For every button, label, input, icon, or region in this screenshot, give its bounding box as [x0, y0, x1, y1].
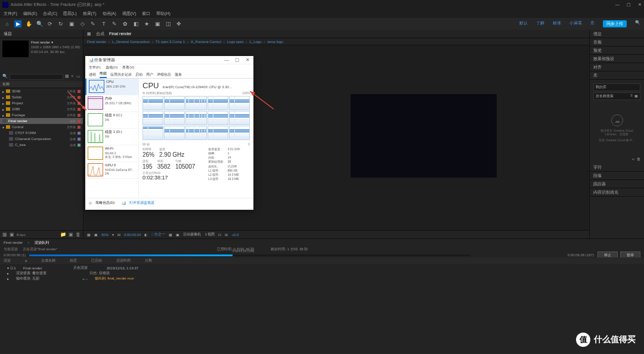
- render-settings[interactable]: 渲染设置: 最佳设置: [16, 271, 47, 276]
- output-module[interactable]: 输出模块: 无损: [16, 276, 39, 281]
- rotate-tool-icon[interactable]: ↻: [57, 20, 64, 27]
- search-toolbar-icon[interactable]: 🔍: [635, 20, 640, 27]
- hand-tool-icon[interactable]: ✋: [25, 20, 32, 27]
- sidebar-cpu[interactable]: CPU26% 2.90 GHz: [85, 79, 138, 95]
- workspace-default[interactable]: 默认: [519, 20, 528, 27]
- header-comp[interactable]: 合成名称: [41, 258, 55, 263]
- header-status[interactable]: 状态: [70, 258, 77, 263]
- project-item[interactable]: ▸Solids文件夹: [0, 94, 83, 100]
- eraser-tool-icon[interactable]: ◧: [132, 20, 140, 27]
- sidebar-memory[interactable]: 内存28.3/31.7 GB (89%): [85, 95, 138, 112]
- project-item[interactable]: ▾Control文件夹: [0, 124, 83, 130]
- breadcrumb-item[interactable]: Final render: [87, 40, 106, 44]
- tab-processes[interactable]: 进程: [89, 72, 96, 77]
- project-header[interactable]: 名称: [0, 81, 83, 88]
- open-resmon-link[interactable]: 打开资源监视器: [129, 200, 154, 206]
- comp-tab-active[interactable]: Final render: [109, 32, 131, 36]
- panel-library[interactable]: 库: [590, 72, 644, 80]
- tab-startup[interactable]: 启动: [135, 72, 143, 77]
- interpret-icon[interactable]: ▦: [2, 232, 7, 237]
- current-time[interactable]: 0:00:00:04: [124, 233, 141, 237]
- dropdown-icon[interactable]: ▾: [112, 232, 114, 237]
- tab-details[interactable]: 详细信息: [157, 72, 171, 77]
- breadcrumb-item[interactable]: Logo spec: [227, 40, 244, 44]
- rq-tab-comp[interactable]: Final render: [4, 241, 23, 244]
- library-search[interactable]: 按名称搜索≡▦: [593, 92, 640, 100]
- panel-preview[interactable]: 预览: [590, 46, 644, 55]
- sidebar-disk-c[interactable]: 磁盘 0 (C:)0%: [85, 112, 138, 129]
- zoom-tool-icon[interactable]: 🔍: [36, 20, 43, 27]
- header-started[interactable]: 已启动: [91, 258, 102, 263]
- log-setting[interactable]: 日志: 仅错误: [89, 271, 109, 276]
- home-icon[interactable]: ⌂: [4, 20, 11, 27]
- pen-tool-icon[interactable]: ✎: [89, 20, 97, 27]
- trash-icon[interactable]: 🗑: [637, 157, 640, 161]
- view-count[interactable]: 1 视图: [205, 232, 215, 237]
- workspace-library[interactable]: 库: [590, 20, 595, 27]
- text-tool-icon[interactable]: T: [100, 20, 107, 27]
- close-icon[interactable]: ✕: [638, 2, 642, 7]
- menu-layer[interactable]: 图层(L): [63, 11, 77, 17]
- grid-icon[interactable]: ▦: [87, 232, 91, 237]
- project-item[interactable]: ▸Footage文件夹: [0, 112, 83, 118]
- project-item[interactable]: ▸3D06文件夹: [0, 88, 83, 94]
- header-notes[interactable]: 注释: [145, 258, 152, 263]
- link-icon[interactable]: ∞: [632, 157, 634, 161]
- menu-window[interactable]: 窗口: [142, 11, 150, 17]
- project-search-input[interactable]: [10, 74, 63, 80]
- grid-view-icon[interactable]: ▦: [634, 94, 638, 99]
- workspace-small[interactable]: 小屏幕: [569, 20, 582, 27]
- panel-tracker[interactable]: 跟踪器: [590, 180, 644, 188]
- sync-upload-button[interactable]: 同步上传: [603, 20, 627, 27]
- bit-depth-icon[interactable]: ▣: [10, 232, 14, 237]
- project-item[interactable]: ▸1080文件夹: [0, 106, 83, 112]
- delete-icon[interactable]: 🗑: [76, 232, 80, 237]
- project-tab[interactable]: 项目: [0, 30, 83, 38]
- puppet-tool-icon[interactable]: ★: [143, 20, 150, 27]
- maximize-icon[interactable]: ▢: [235, 57, 240, 63]
- folder-icon[interactable]: ▭: [76, 74, 80, 80]
- panel-info[interactable]: 信息: [590, 30, 644, 38]
- misc-icon2[interactable]: ⊞: [225, 232, 228, 237]
- collapse-icon[interactable]: ⊙: [89, 201, 92, 205]
- close-icon[interactable]: ✕: [246, 57, 250, 63]
- header-render[interactable]: 渲染: [4, 258, 11, 263]
- minimize-icon[interactable]: —: [615, 2, 620, 7]
- stamp-tool-icon[interactable]: ✿: [122, 20, 129, 27]
- roto-tool-icon[interactable]: ▣: [154, 20, 161, 27]
- library-dropdown[interactable]: 我的库: [593, 83, 640, 91]
- output-file[interactable]: 输出到: final_render.mov: [95, 276, 134, 281]
- panel-align[interactable]: 对齐: [590, 63, 644, 72]
- tab-users[interactable]: 用户: [146, 72, 153, 77]
- breadcrumb-item[interactable]: L_Logo: [249, 40, 261, 44]
- guide-icon[interactable]: ▦: [169, 232, 172, 237]
- new-comp-icon[interactable]: ▣: [69, 232, 73, 237]
- comp-tab-label[interactable]: 合成: [96, 31, 104, 37]
- camera-label[interactable]: 活动摄像机: [183, 232, 201, 237]
- channel-icon[interactable]: ⊞: [117, 232, 120, 237]
- breadcrumb-item[interactable]: A_Fracture Control: [191, 40, 221, 44]
- panel-character[interactable]: 字符: [590, 163, 644, 172]
- menu-file[interactable]: 文件(F): [89, 65, 101, 70]
- region-icon[interactable]: ◐: [144, 232, 147, 237]
- maximize-icon[interactable]: ▢: [627, 2, 631, 7]
- zoom-value[interactable]: 50%: [101, 233, 109, 237]
- comp-tab-icon[interactable]: ▦: [87, 32, 91, 36]
- project-item-selected[interactable]: Final render会议: [0, 118, 83, 124]
- panel-audio[interactable]: 音频: [590, 38, 644, 46]
- taskmgr-titlebar[interactable]: 📊 任务管理器 — ▢ ✕: [85, 56, 253, 64]
- menu-composition[interactable]: 合成(C): [43, 11, 57, 17]
- search-icon[interactable]: 🔍: [2, 74, 8, 80]
- list-view-icon[interactable]: ≡: [630, 94, 633, 99]
- tab-history[interactable]: 应用历史记录: [110, 72, 132, 77]
- menu-help[interactable]: 帮助(H): [156, 11, 171, 17]
- header-time[interactable]: 渲染时间: [116, 258, 131, 263]
- minimize-icon[interactable]: —: [224, 57, 229, 63]
- workspace-standard[interactable]: 标准: [553, 20, 561, 27]
- orbit-tool-icon[interactable]: ⟳: [47, 20, 54, 27]
- filter-icon[interactable]: ▦: [65, 74, 69, 80]
- selection-tool-icon[interactable]: ▶: [14, 20, 21, 27]
- mask-overlay-icon[interactable]: ▣: [94, 232, 98, 237]
- menu-effect[interactable]: 效果(T): [83, 11, 97, 17]
- exposure-value[interactable]: +0.0: [231, 233, 239, 237]
